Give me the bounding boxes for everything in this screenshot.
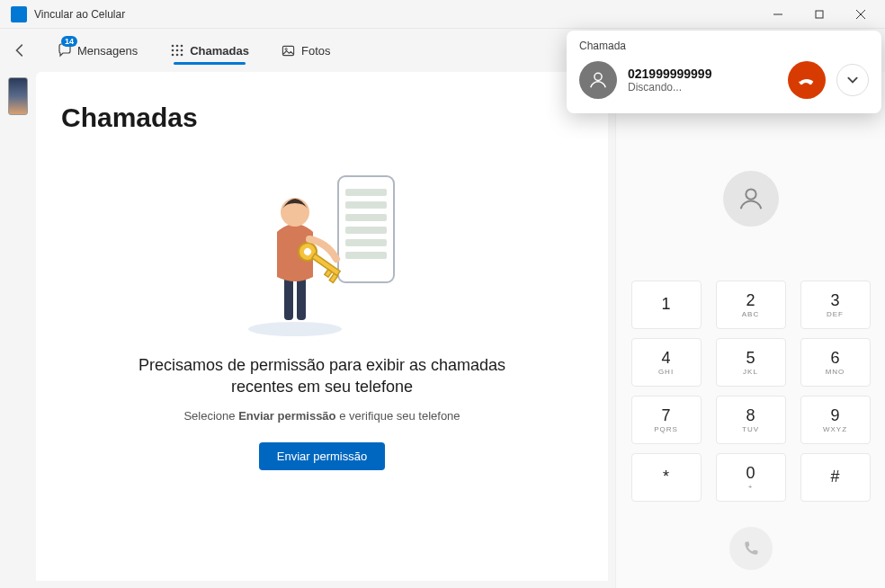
left-rail <box>0 72 36 588</box>
contact-avatar-placeholder <box>723 171 779 227</box>
key-5[interactable]: 5JKL <box>716 338 786 387</box>
close-button[interactable] <box>840 0 881 29</box>
svg-rect-29 <box>325 270 332 278</box>
svg-rect-23 <box>284 277 293 320</box>
key-hash[interactable]: # <box>800 453 871 502</box>
svg-point-12 <box>181 54 183 57</box>
call-status: Discando... <box>628 81 777 94</box>
svg-rect-17 <box>345 201 387 209</box>
key-1[interactable]: 1 <box>631 281 702 329</box>
permission-illustration <box>232 169 412 340</box>
empty-state-title: Precisamos de permissão para exibir as c… <box>133 354 511 398</box>
main-content: Chamadas <box>36 72 608 581</box>
empty-state: Precisamos de permissão para exibir as c… <box>54 169 590 470</box>
svg-point-6 <box>181 45 183 48</box>
key-7[interactable]: 7PQRS <box>631 396 702 444</box>
tab-messages-label: Mensagens <box>77 44 138 58</box>
svg-point-7 <box>172 49 174 52</box>
svg-rect-16 <box>345 189 387 196</box>
back-button[interactable] <box>7 38 32 63</box>
svg-point-4 <box>172 45 174 48</box>
key-6[interactable]: 6MNO <box>800 338 871 387</box>
tab-photos[interactable]: Fotos <box>271 38 342 63</box>
dialpad-icon <box>170 43 184 58</box>
svg-point-10 <box>172 54 174 57</box>
tab-calls[interactable]: Chamadas <box>159 38 260 63</box>
page-title: Chamadas <box>61 102 590 133</box>
tab-photos-label: Fotos <box>301 44 331 58</box>
svg-point-8 <box>176 49 179 52</box>
keypad: 1 2ABC 3DEF 4GHI 5JKL 6MNO 7PQRS 8TUV 9W… <box>631 281 871 502</box>
svg-rect-19 <box>345 227 387 234</box>
key-0[interactable]: 0+ <box>716 453 786 502</box>
key-4[interactable]: 4GHI <box>631 338 702 387</box>
window-title: Vincular ao Celular <box>34 8 757 21</box>
key-3[interactable]: 3DEF <box>800 281 871 329</box>
maximize-button[interactable] <box>799 0 840 29</box>
minimize-button[interactable] <box>757 0 799 29</box>
svg-point-11 <box>176 54 179 57</box>
dialer-panel: 1 2ABC 3DEF 4GHI 5JKL 6MNO 7PQRS 8TUV 9W… <box>615 72 885 588</box>
svg-rect-1 <box>816 11 823 18</box>
key-9[interactable]: 9WXYZ <box>800 396 871 444</box>
key-8[interactable]: 8TUV <box>716 396 786 444</box>
svg-rect-13 <box>283 46 294 55</box>
titlebar: Vincular ao Celular <box>0 0 885 29</box>
key-star[interactable]: * <box>631 453 702 502</box>
tab-calls-label: Chamadas <box>190 44 249 58</box>
svg-point-5 <box>176 45 179 48</box>
svg-point-9 <box>181 49 183 52</box>
call-number: 021999999999 <box>628 67 777 81</box>
key-2[interactable]: 2ABC <box>716 281 786 329</box>
phone-thumbnail[interactable] <box>8 77 28 115</box>
photos-icon <box>282 43 296 58</box>
hangup-button[interactable] <box>788 61 826 99</box>
svg-point-22 <box>248 322 342 336</box>
svg-rect-24 <box>297 277 306 320</box>
call-button[interactable] <box>729 527 773 570</box>
expand-button[interactable] <box>836 64 869 96</box>
messages-badge: 14 <box>61 36 77 47</box>
svg-point-31 <box>746 189 755 199</box>
call-popup-title: Chamada <box>579 40 869 52</box>
svg-point-14 <box>286 48 288 49</box>
empty-state-subtitle: Selecione Enviar permissão e verifique s… <box>183 409 460 423</box>
tab-messages[interactable]: 14 Mensagens <box>47 38 148 63</box>
svg-point-32 <box>594 73 602 80</box>
call-popup: Chamada 021999999999 Discando... <box>567 31 881 113</box>
svg-rect-18 <box>345 214 387 221</box>
caller-avatar <box>579 61 617 99</box>
svg-rect-30 <box>329 273 337 282</box>
send-permission-button[interactable]: Enviar permissão <box>259 442 385 470</box>
call-info: 021999999999 Discando... <box>628 67 777 94</box>
svg-rect-21 <box>345 252 387 259</box>
svg-rect-20 <box>345 239 387 246</box>
app-icon <box>11 6 27 22</box>
